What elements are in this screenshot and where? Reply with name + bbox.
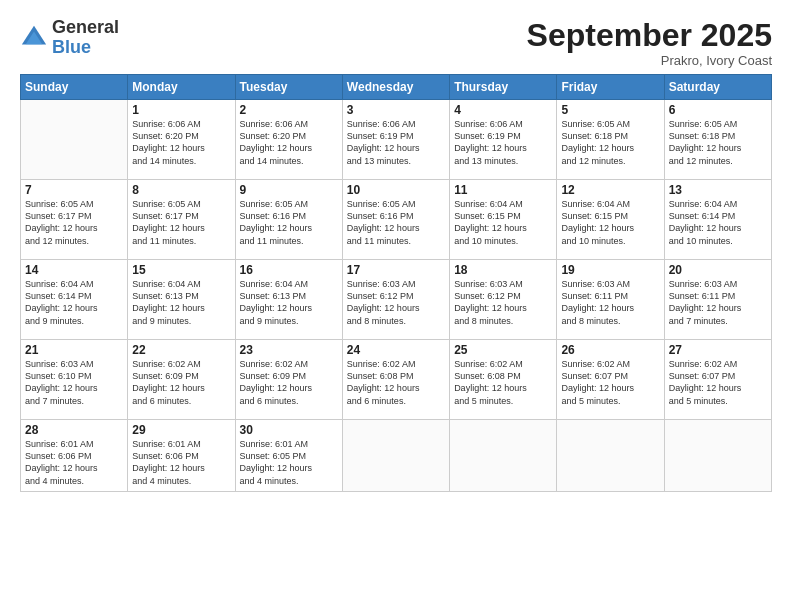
logo: General Blue (20, 18, 119, 58)
day-number: 18 (454, 263, 552, 277)
cell-info: Sunrise: 6:05 AMSunset: 6:18 PMDaylight:… (669, 118, 767, 167)
calendar-table: SundayMondayTuesdayWednesdayThursdayFrid… (20, 74, 772, 492)
calendar-cell: 29Sunrise: 6:01 AMSunset: 6:06 PMDayligh… (128, 420, 235, 492)
calendar-cell (557, 420, 664, 492)
day-number: 3 (347, 103, 445, 117)
cell-info: Sunrise: 6:02 AMSunset: 6:08 PMDaylight:… (454, 358, 552, 407)
cell-info: Sunrise: 6:03 AMSunset: 6:10 PMDaylight:… (25, 358, 123, 407)
logo-blue: Blue (52, 37, 91, 57)
calendar-cell: 9Sunrise: 6:05 AMSunset: 6:16 PMDaylight… (235, 180, 342, 260)
calendar-cell: 7Sunrise: 6:05 AMSunset: 6:17 PMDaylight… (21, 180, 128, 260)
calendar-cell (342, 420, 449, 492)
location-subtitle: Prakro, Ivory Coast (527, 53, 772, 68)
cell-info: Sunrise: 6:03 AMSunset: 6:12 PMDaylight:… (454, 278, 552, 327)
cell-info: Sunrise: 6:05 AMSunset: 6:16 PMDaylight:… (240, 198, 338, 247)
day-number: 2 (240, 103, 338, 117)
cell-info: Sunrise: 6:05 AMSunset: 6:16 PMDaylight:… (347, 198, 445, 247)
cell-info: Sunrise: 6:05 AMSunset: 6:18 PMDaylight:… (561, 118, 659, 167)
cell-info: Sunrise: 6:02 AMSunset: 6:09 PMDaylight:… (240, 358, 338, 407)
col-header-tuesday: Tuesday (235, 75, 342, 100)
day-number: 21 (25, 343, 123, 357)
logo-text: General Blue (52, 18, 119, 58)
col-header-friday: Friday (557, 75, 664, 100)
day-number: 29 (132, 423, 230, 437)
day-number: 23 (240, 343, 338, 357)
day-number: 20 (669, 263, 767, 277)
calendar-cell: 19Sunrise: 6:03 AMSunset: 6:11 PMDayligh… (557, 260, 664, 340)
calendar-cell (450, 420, 557, 492)
calendar-cell: 4Sunrise: 6:06 AMSunset: 6:19 PMDaylight… (450, 100, 557, 180)
cell-info: Sunrise: 6:02 AMSunset: 6:07 PMDaylight:… (669, 358, 767, 407)
cell-info: Sunrise: 6:04 AMSunset: 6:15 PMDaylight:… (454, 198, 552, 247)
day-number: 27 (669, 343, 767, 357)
cell-info: Sunrise: 6:06 AMSunset: 6:20 PMDaylight:… (240, 118, 338, 167)
day-number: 22 (132, 343, 230, 357)
cell-info: Sunrise: 6:02 AMSunset: 6:08 PMDaylight:… (347, 358, 445, 407)
cell-info: Sunrise: 6:01 AMSunset: 6:06 PMDaylight:… (25, 438, 123, 487)
cell-info: Sunrise: 6:05 AMSunset: 6:17 PMDaylight:… (25, 198, 123, 247)
col-header-wednesday: Wednesday (342, 75, 449, 100)
day-number: 4 (454, 103, 552, 117)
calendar-header-row: SundayMondayTuesdayWednesdayThursdayFrid… (21, 75, 772, 100)
calendar-cell: 8Sunrise: 6:05 AMSunset: 6:17 PMDaylight… (128, 180, 235, 260)
calendar-cell: 27Sunrise: 6:02 AMSunset: 6:07 PMDayligh… (664, 340, 771, 420)
calendar-cell: 11Sunrise: 6:04 AMSunset: 6:15 PMDayligh… (450, 180, 557, 260)
day-number: 5 (561, 103, 659, 117)
title-block: September 2025 Prakro, Ivory Coast (527, 18, 772, 68)
day-number: 13 (669, 183, 767, 197)
calendar-cell: 5Sunrise: 6:05 AMSunset: 6:18 PMDaylight… (557, 100, 664, 180)
day-number: 30 (240, 423, 338, 437)
calendar-week-3: 14Sunrise: 6:04 AMSunset: 6:14 PMDayligh… (21, 260, 772, 340)
calendar-cell: 25Sunrise: 6:02 AMSunset: 6:08 PMDayligh… (450, 340, 557, 420)
col-header-saturday: Saturday (664, 75, 771, 100)
calendar-cell: 15Sunrise: 6:04 AMSunset: 6:13 PMDayligh… (128, 260, 235, 340)
day-number: 28 (25, 423, 123, 437)
day-number: 7 (25, 183, 123, 197)
calendar-week-4: 21Sunrise: 6:03 AMSunset: 6:10 PMDayligh… (21, 340, 772, 420)
calendar-cell: 30Sunrise: 6:01 AMSunset: 6:05 PMDayligh… (235, 420, 342, 492)
calendar-cell: 2Sunrise: 6:06 AMSunset: 6:20 PMDaylight… (235, 100, 342, 180)
cell-info: Sunrise: 6:03 AMSunset: 6:12 PMDaylight:… (347, 278, 445, 327)
day-number: 1 (132, 103, 230, 117)
day-number: 12 (561, 183, 659, 197)
day-number: 17 (347, 263, 445, 277)
calendar-cell: 1Sunrise: 6:06 AMSunset: 6:20 PMDaylight… (128, 100, 235, 180)
calendar-cell: 28Sunrise: 6:01 AMSunset: 6:06 PMDayligh… (21, 420, 128, 492)
day-number: 6 (669, 103, 767, 117)
calendar-cell: 14Sunrise: 6:04 AMSunset: 6:14 PMDayligh… (21, 260, 128, 340)
calendar-cell (664, 420, 771, 492)
header: General Blue September 2025 Prakro, Ivor… (20, 18, 772, 68)
calendar-cell: 23Sunrise: 6:02 AMSunset: 6:09 PMDayligh… (235, 340, 342, 420)
calendar-cell: 3Sunrise: 6:06 AMSunset: 6:19 PMDaylight… (342, 100, 449, 180)
day-number: 15 (132, 263, 230, 277)
cell-info: Sunrise: 6:01 AMSunset: 6:05 PMDaylight:… (240, 438, 338, 487)
day-number: 14 (25, 263, 123, 277)
calendar-week-1: 1Sunrise: 6:06 AMSunset: 6:20 PMDaylight… (21, 100, 772, 180)
cell-info: Sunrise: 6:02 AMSunset: 6:07 PMDaylight:… (561, 358, 659, 407)
cell-info: Sunrise: 6:05 AMSunset: 6:17 PMDaylight:… (132, 198, 230, 247)
cell-info: Sunrise: 6:04 AMSunset: 6:13 PMDaylight:… (240, 278, 338, 327)
calendar-cell: 10Sunrise: 6:05 AMSunset: 6:16 PMDayligh… (342, 180, 449, 260)
day-number: 10 (347, 183, 445, 197)
calendar-week-5: 28Sunrise: 6:01 AMSunset: 6:06 PMDayligh… (21, 420, 772, 492)
cell-info: Sunrise: 6:06 AMSunset: 6:20 PMDaylight:… (132, 118, 230, 167)
day-number: 11 (454, 183, 552, 197)
cell-info: Sunrise: 6:06 AMSunset: 6:19 PMDaylight:… (454, 118, 552, 167)
month-title: September 2025 (527, 18, 772, 53)
logo-general: General (52, 17, 119, 37)
day-number: 8 (132, 183, 230, 197)
day-number: 9 (240, 183, 338, 197)
col-header-monday: Monday (128, 75, 235, 100)
cell-info: Sunrise: 6:04 AMSunset: 6:14 PMDaylight:… (25, 278, 123, 327)
day-number: 24 (347, 343, 445, 357)
day-number: 16 (240, 263, 338, 277)
col-header-thursday: Thursday (450, 75, 557, 100)
calendar-cell: 16Sunrise: 6:04 AMSunset: 6:13 PMDayligh… (235, 260, 342, 340)
cell-info: Sunrise: 6:06 AMSunset: 6:19 PMDaylight:… (347, 118, 445, 167)
day-number: 25 (454, 343, 552, 357)
calendar-cell: 20Sunrise: 6:03 AMSunset: 6:11 PMDayligh… (664, 260, 771, 340)
cell-info: Sunrise: 6:03 AMSunset: 6:11 PMDaylight:… (561, 278, 659, 327)
calendar-cell: 17Sunrise: 6:03 AMSunset: 6:12 PMDayligh… (342, 260, 449, 340)
calendar-cell: 13Sunrise: 6:04 AMSunset: 6:14 PMDayligh… (664, 180, 771, 260)
calendar-cell (21, 100, 128, 180)
